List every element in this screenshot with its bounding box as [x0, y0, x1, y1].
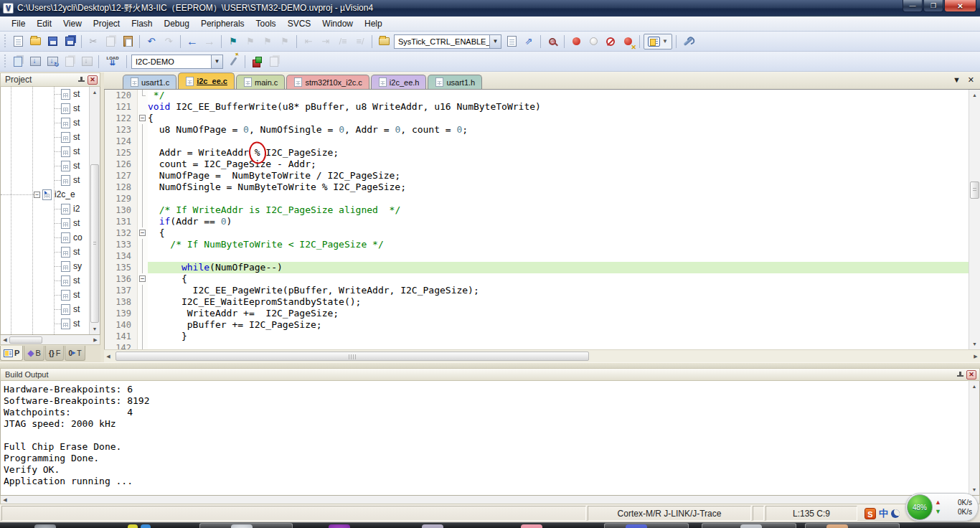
tab-stm32f10x_i2c.c[interactable]: stm32f10x_i2c.c [286, 75, 369, 89]
project-panel-close-button[interactable]: ✕ [88, 75, 98, 85]
scroll-thumb[interactable] [116, 352, 589, 361]
scroll-left-icon[interactable]: ◀ [1, 497, 9, 503]
taskbar-icon[interactable] [128, 524, 138, 528]
code-line-139[interactable]: 139 WriteAddr += I2C_PageSize; [105, 308, 969, 319]
scroll-down-icon[interactable]: ▼ [90, 324, 100, 334]
tree-item-st[interactable]: st [1, 87, 100, 101]
project-tree-vscrollbar[interactable]: ▲ ▼ [89, 87, 100, 334]
uncomment-button[interactable]: ≡/ [352, 34, 368, 50]
scroll-right-icon[interactable]: ▶ [971, 354, 980, 359]
tree-item-st[interactable]: st [1, 173, 100, 187]
taskbar-icon[interactable] [740, 524, 762, 528]
code-line-137[interactable]: 137 I2C_EE_PageWrite(pBuffer, WriteAddr,… [105, 285, 969, 296]
menu-item-window[interactable]: Window [316, 17, 359, 30]
indent-left-button[interactable]: ⇤ [301, 34, 316, 50]
taskbar-icon[interactable] [626, 524, 647, 528]
code-line-141[interactable]: 141 } [105, 331, 969, 342]
scroll-down-icon[interactable]: ▼ [969, 484, 979, 495]
find-options-button[interactable] [376, 34, 392, 50]
menu-item-file[interactable]: File [6, 17, 31, 30]
copy-button[interactable] [103, 34, 118, 50]
configure-button[interactable] [680, 34, 696, 50]
code-line-131[interactable]: 131 if(Addr == 0) [105, 216, 969, 227]
navigate-back-button[interactable]: ← [184, 34, 200, 50]
document-close-icon[interactable]: ✕ [968, 75, 974, 85]
editor-vscrollbar[interactable]: ▲ ▼ [969, 90, 980, 349]
sogou-ime-icon[interactable]: S [864, 508, 876, 519]
taskbar-icon[interactable] [141, 524, 151, 528]
start-orb-icon[interactable] [34, 524, 56, 528]
code-line-134[interactable]: 134 [105, 250, 969, 262]
batch-build-button[interactable] [62, 54, 77, 70]
open-file-button[interactable] [27, 34, 43, 50]
scroll-up-icon[interactable]: ▲ [969, 90, 980, 100]
scroll-thumb[interactable] [9, 336, 42, 344]
cut-button[interactable]: ✂ [85, 34, 101, 50]
menu-item-project[interactable]: Project [88, 17, 126, 30]
bookmark-clear-button[interactable]: ⚑ [277, 34, 293, 50]
code-line-130[interactable]: 130 /* If WriteAddr is I2C_PageSize alig… [105, 204, 969, 216]
moon-icon[interactable] [891, 509, 900, 518]
tree-item-sy[interactable]: sy [1, 259, 100, 273]
rebuild-button[interactable] [44, 54, 60, 70]
tree-item-st[interactable]: st [1, 316, 100, 331]
code-line-120[interactable]: 120 */ [105, 90, 969, 101]
code-line-123[interactable]: 123 u8 NumOfPage = 0, NumOfSingle = 0, A… [105, 124, 969, 136]
code-line-121[interactable]: 121void I2C_EE_BufferWrite(u8* pBuffer, … [105, 101, 969, 113]
code-line-140[interactable]: 140 pBuffer += I2C_PageSize; [105, 319, 969, 331]
tree-item-st[interactable]: st [1, 302, 100, 316]
menu-item-view[interactable]: View [57, 17, 88, 30]
editor-hscrollbar[interactable]: ◀ ▶ [104, 349, 980, 362]
find-dropdown-arrow-icon[interactable]: ▼ [489, 35, 501, 48]
code-line-128[interactable]: 128 NumOfSingle = NumByteToWrite % I2C_P… [105, 182, 969, 193]
tab-i2c_ee.h[interactable]: i2c_ee.h [371, 75, 427, 89]
code-line-124[interactable]: 124 [105, 136, 969, 147]
tab-usart1.c[interactable]: usart1.c [123, 75, 176, 89]
fold-marker[interactable]: − [138, 113, 148, 124]
code-line-133[interactable]: 133 /* If NumByteToWrite < I2C_PageSize … [105, 239, 969, 250]
fold-marker[interactable]: − [138, 227, 148, 239]
menu-item-flash[interactable]: Flash [126, 17, 158, 30]
code-line-138[interactable]: 138 I2C_EE_WaitEepromStandbyState(); [105, 296, 969, 308]
save-all-button[interactable] [62, 34, 77, 50]
navigate-forward-button[interactable]: → [202, 34, 217, 50]
scroll-thumb[interactable] [90, 164, 99, 323]
scroll-down-icon[interactable]: ▼ [969, 339, 980, 349]
disable-breakpoint-button[interactable] [603, 34, 618, 50]
manage-windows-button[interactable] [266, 54, 282, 70]
find-combobox[interactable]: SysTick_CTRL_ENABLE_Ms ▼ [394, 34, 501, 49]
stop-build-button[interactable] [79, 54, 95, 70]
memory-ball[interactable]: 48% [907, 494, 933, 520]
menu-item-tools[interactable]: Tools [250, 17, 282, 30]
taskbar-icon[interactable] [422, 524, 443, 528]
code-line-135[interactable]: 135 while(NumOfPage--) [105, 262, 969, 273]
code-line-125[interactable]: 125 Addr = WriteAddr % I2C_PageSize; [105, 147, 969, 159]
insert-breakpoint-button[interactable] [568, 34, 584, 50]
close-button[interactable]: ✕ [944, 0, 976, 12]
tree-item-st[interactable]: st [1, 130, 100, 144]
bookmark-prev-button[interactable]: ⚑ [242, 34, 258, 50]
tree-item-co[interactable]: co [1, 230, 100, 245]
redo-button[interactable]: ↷ [161, 34, 176, 50]
windows-taskbar[interactable] [0, 522, 980, 528]
search-button[interactable]: @ [545, 34, 560, 50]
tree-item-st[interactable]: st [1, 101, 100, 116]
project-tree-hscrollbar[interactable]: ◀ ▶ [0, 335, 100, 345]
paste-button[interactable] [120, 34, 136, 50]
tree-item-st[interactable]: st [1, 159, 100, 173]
toolbar-grip[interactable] [4, 34, 7, 49]
output-hscrollbar[interactable]: ◀ [0, 496, 980, 504]
minimize-button[interactable]: — [903, 0, 923, 12]
pin-icon[interactable] [77, 75, 86, 85]
code-line-122[interactable]: 122−{ [105, 113, 969, 124]
translate-button[interactable] [10, 54, 26, 70]
tree-item-st[interactable]: st [1, 273, 100, 288]
file-extensions-button[interactable] [249, 54, 265, 70]
code-line-126[interactable]: 126 count = I2C_PageSize - Addr; [105, 159, 969, 170]
panel-tab-b[interactable]: ◆B [24, 346, 44, 361]
tab-main.c[interactable]: main.c [236, 75, 285, 89]
window-layout-button[interactable]: ▼ [644, 34, 672, 50]
scroll-up-icon[interactable]: ▲ [90, 87, 100, 98]
code-line-142[interactable]: 142 [105, 342, 969, 349]
target-options-button[interactable] [225, 54, 241, 70]
